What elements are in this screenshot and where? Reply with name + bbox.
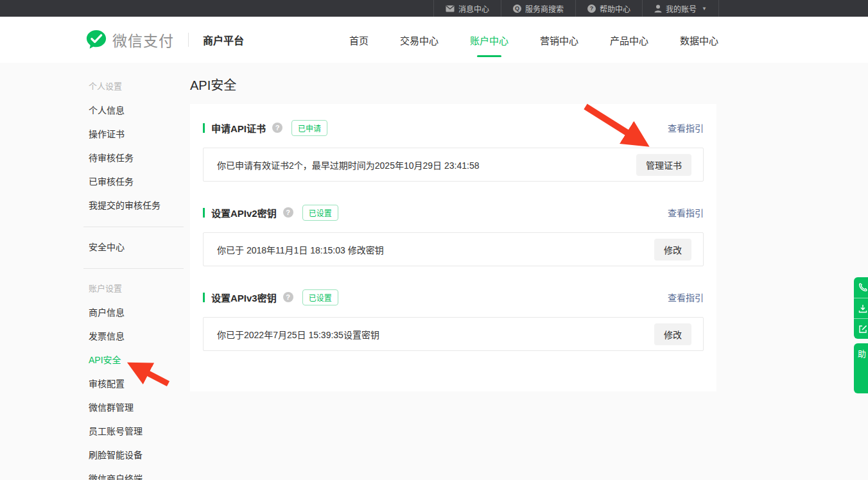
status-badge-set-v2: 已设置 [302,205,338,221]
my-account-item[interactable]: 我的账号 ▼ [642,0,719,17]
service-provider-search-label: 服务商搜索 [525,3,564,14]
modify-apiv2-key-button[interactable]: 修改 [654,239,691,261]
get-help-button[interactable]: 获取帮助 [854,343,868,393]
question-circle-icon[interactable]: ? [283,292,293,302]
nav-home[interactable]: 首页 [348,31,370,49]
sidebar-item-reviewed-tasks[interactable]: 已审核任务 [83,169,184,193]
primary-nav: 首页 交易中心 账户中心 营销中心 产品中心 数据中心 [348,17,720,63]
wechat-pay-logo-icon [85,29,107,51]
section-apiv3-key-header: 设置APIv3密钥 ? 已设置 查看指引 [203,290,704,304]
view-guide-link[interactable]: 查看指引 [668,206,704,219]
question-circle-icon[interactable]: ? [283,207,293,218]
api-security-card: 申请API证书 ? 已申请 查看指引 你已申请有效证书2个，最早过期时间为202… [190,104,716,391]
sidebar-item-pending-review-tasks[interactable]: 待审核任务 [83,145,184,169]
nav-transaction-center[interactable]: 交易中心 [399,31,440,49]
apiv3-key-status-text: 你已于2022年7月25日 15:39:35设置密钥 [217,328,379,341]
phone-icon [858,282,868,293]
help-center-item[interactable]: ? 帮助中心 [575,0,642,17]
view-guide-link[interactable]: 查看指引 [668,121,704,134]
sidebar-item-personal-info[interactable]: 个人信息 [83,98,184,121]
sidebar-item-review-config[interactable]: 审核配置 [83,371,184,395]
nav-account-center[interactable]: 账户中心 [469,31,510,49]
manage-cert-button[interactable]: 管理证书 [636,154,691,176]
section-title-apiv2-key: 设置APIv2密钥 [211,206,277,219]
page-title: API安全 [190,63,716,93]
sidebar-item-invoice-info[interactable]: 发票信息 [83,323,184,347]
sidebar-item-merchant-info[interactable]: 商户信息 [83,300,184,323]
sidebar-item-api-security[interactable]: API安全 [83,347,184,371]
section-apply-api-cert-header: 申请API证书 ? 已申请 查看指引 [203,121,704,135]
brand-name: 微信支付 [112,29,174,51]
sidebar-item-wechat-group-management[interactable]: 微信群管理 [83,395,184,418]
search-icon: Q [513,4,521,13]
brand-area: 微信支付 商户平台 [85,17,244,63]
download-button[interactable] [854,298,868,318]
sidebar-item-face-payment-devices[interactable]: 刷脸智能设备 [83,442,184,466]
floating-icon-group [854,277,868,339]
contact-phone-button[interactable] [854,277,868,298]
top-utility-bar: 消息中心 Q 服务商搜索 ? 帮助中心 我的账号 ▼ [0,0,868,17]
user-icon [654,4,662,13]
apiv2-key-row: 你已于 2018年11月1日 18:15:03 修改密钥 修改 [203,232,704,266]
sidebar-item-staff-account-management[interactable]: 员工账号管理 [83,418,184,442]
sidebar-divider [83,268,184,269]
api-cert-status-text: 你已申请有效证书2个，最早过期时间为2025年10月29日 23:41:58 [217,159,479,171]
apiv2-key-status-text: 你已于 2018年11月1日 18:15:03 修改密钥 [217,243,384,256]
floating-helper-widget: 获取帮助 [854,277,868,393]
section-accent-bar [203,123,205,133]
help-icon: ? [587,4,596,13]
sidebar-item-operation-certificate[interactable]: 操作证书 [83,121,184,145]
section-accent-bar [203,293,205,302]
main-content: API安全 申请API证书 ? 已申请 查看指引 你已申请有效证书2个，最早过期… [190,63,716,391]
status-badge-set-v3: 已设置 [302,289,338,305]
view-guide-link[interactable]: 查看指引 [668,291,704,304]
status-badge-applied: 已申请 [291,120,327,136]
feedback-button[interactable] [854,318,868,339]
edit-icon [858,324,868,334]
apiv3-key-row: 你已于2022年7月25日 15:39:35设置密钥 修改 [203,317,704,351]
sidebar-item-my-submitted-tasks[interactable]: 我提交的审核任务 [83,193,184,216]
sidebar-divider [83,227,184,227]
mail-icon [446,5,455,12]
nav-marketing-center[interactable]: 营销中心 [539,31,580,49]
nav-data-center[interactable]: 数据中心 [679,31,720,49]
merchant-platform-page: 消息中心 Q 服务商搜索 ? 帮助中心 我的账号 ▼ 微信支付 商户平台 [0,0,868,480]
section-title-apiv3-key: 设置APIv3密钥 [211,291,277,304]
help-center-label: 帮助中心 [600,3,630,14]
section-accent-bar [203,208,205,218]
section-apiv2-key-header: 设置APIv2密钥 ? 已设置 查看指引 [203,205,704,219]
my-account-label: 我的账号 [666,3,697,14]
api-cert-row: 你已申请有效证书2个，最早过期时间为2025年10月29日 23:41:58 管… [203,148,704,182]
message-center-label: 消息中心 [458,3,489,14]
sidebar-item-security-center[interactable]: 安全中心 [83,234,184,258]
sidebar-header-account-settings: 账户设置 [83,276,184,300]
message-center-item[interactable]: 消息中心 [433,0,501,17]
question-circle-icon[interactable]: ? [272,123,282,133]
section-title-apply-api-cert: 申请API证书 [211,121,266,135]
service-provider-search-item[interactable]: Q 服务商搜索 [501,0,575,17]
sidebar-item-wechat-merchant-terminal[interactable]: 微信商户终端 [83,466,184,480]
chevron-down-icon: ▼ [702,6,707,12]
brand-divider [188,33,189,47]
sidebar-header-personal-settings: 个人设置 [83,74,184,98]
nav-product-center[interactable]: 产品中心 [609,31,650,49]
main-header: 微信支付 商户平台 首页 交易中心 账户中心 营销中心 产品中心 数据中心 [0,17,868,63]
modify-apiv3-key-button[interactable]: 修改 [654,323,691,345]
sidebar: 个人设置 个人信息 操作证书 待审核任务 已审核任务 我提交的审核任务 安全中心… [83,74,184,480]
download-icon [858,304,868,314]
platform-name: 商户平台 [203,32,244,47]
